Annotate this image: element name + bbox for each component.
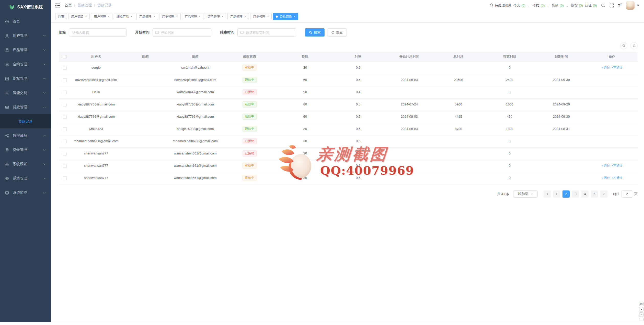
select-all-checkbox[interactable] [63, 55, 67, 59]
reject-link[interactable]: ×不通过 [612, 66, 623, 69]
sidebar-item-label: 智能交易 [13, 91, 43, 95]
tab-8[interactable]: 产品管理× [227, 13, 249, 20]
next-page-button[interactable] [600, 190, 607, 198]
tab-close-icon[interactable]: × [222, 15, 223, 18]
approve-link[interactable]: ✓通过 [601, 176, 610, 180]
page-button-2[interactable]: 2 [562, 190, 570, 198]
sidebar-item-8[interactable]: 资金管理 [0, 143, 51, 157]
sidebar-item-6[interactable]: 贷款管理 [0, 100, 51, 114]
sidebar-item-4[interactable]: 期权管理 [0, 71, 51, 86]
tab-close-icon[interactable]: × [131, 15, 132, 18]
current-interest-cell: 0 [483, 172, 536, 184]
row-checkbox[interactable] [63, 91, 67, 94]
prev-page-button[interactable] [544, 190, 551, 198]
sidebar-item-7[interactable]: 数字藏品 [0, 128, 51, 143]
app-logo: SAX管理系统 [0, 0, 51, 14]
stat-label: 期货 [571, 3, 578, 8]
font-size-icon[interactable]: TT [618, 3, 622, 8]
sidebar-item-0[interactable]: 首页 [0, 14, 51, 29]
table-refresh-icon[interactable] [630, 42, 638, 49]
row-checkbox[interactable] [63, 78, 67, 82]
reject-link[interactable]: ×不通过 [612, 176, 623, 180]
sidebar-item-3[interactable]: 合约管理 [0, 57, 51, 71]
tab-7[interactable]: 订单管理× [205, 13, 226, 20]
tab-6[interactable]: 产品管理× [182, 13, 203, 20]
page-size-select[interactable]: 10条/页 [513, 190, 538, 198]
ime-button-2[interactable]: ☰ [639, 312, 643, 317]
reset-button[interactable]: 重置 [327, 28, 347, 37]
start-time-input[interactable] [153, 28, 211, 37]
end-time-input[interactable] [237, 28, 296, 37]
user-avatar[interactable] [626, 1, 635, 10]
row-checkbox-cell [59, 123, 71, 135]
reject-link[interactable]: ×不通过 [612, 164, 623, 167]
search-button[interactable]: 搜索 [305, 28, 325, 37]
tab-close-icon[interactable]: × [199, 15, 201, 18]
table-header-row: 用户名邮箱邮箱借款状态期限利率开始计息时间总利息当前利息到期时间操作 [59, 52, 638, 62]
sidebar-item-11[interactable]: 系统监控 [0, 186, 51, 200]
window-bottom-edge [0, 322, 644, 325]
sidebar-item-10[interactable]: 系统管理 [0, 171, 51, 186]
goto-page-input[interactable] [622, 190, 632, 198]
due-date-cell: 2024-09-20 [536, 98, 586, 111]
page-button-1[interactable]: 1 [553, 190, 560, 198]
breadcrumb-item[interactable]: 首页 [65, 3, 72, 8]
sidebar-item-1[interactable]: 用户管理 [0, 29, 51, 43]
ime-button-3[interactable] [639, 318, 643, 320]
approve-link[interactable]: ✓通过 [601, 164, 610, 167]
row-checkbox[interactable] [63, 152, 67, 155]
tab-close-icon[interactable]: × [85, 15, 87, 18]
row-checkbox[interactable] [63, 140, 67, 143]
gear-icon [5, 177, 11, 180]
bell-icon[interactable] [489, 3, 493, 7]
row-checkbox[interactable] [63, 176, 67, 180]
page-button-5[interactable]: 5 [591, 190, 598, 198]
page-content: 邮箱 开始时间 结束时间 [51, 23, 644, 322]
goto-page-unit: 页 [634, 192, 638, 196]
tab-10[interactable]: 贷款记录× [273, 13, 298, 20]
email2-cell: wansanshen661@gmail.com [170, 172, 221, 184]
search-icon[interactable] [601, 3, 605, 8]
row-checkbox[interactable] [63, 115, 67, 119]
breadcrumb-item[interactable]: 贷款管理 [77, 3, 92, 8]
approve-link[interactable]: ✓通过 [601, 66, 610, 69]
sidebar-subitem-6-0[interactable]: 贷款记录 [0, 114, 51, 128]
table-search-icon[interactable] [620, 42, 627, 49]
fullscreen-icon[interactable] [610, 3, 614, 8]
sidebar-item-label: 系统监控 [13, 190, 43, 195]
row-checkbox[interactable] [63, 66, 67, 70]
tab-close-icon[interactable]: × [244, 15, 246, 18]
tab-close-icon[interactable]: × [108, 15, 110, 18]
status-badge: 已拒绝 [243, 89, 257, 95]
sidebar-item-9[interactable]: 系统设置 [0, 157, 51, 171]
email-cell [121, 123, 170, 135]
tab-5[interactable]: 订单管理× [159, 13, 181, 20]
ime-button-0[interactable]: EN [639, 302, 643, 306]
ime-button-1[interactable]: ■ [639, 307, 643, 311]
tab-close-icon[interactable]: × [176, 15, 178, 18]
collapse-sidebar-icon[interactable] [55, 3, 60, 8]
status-cell: 已拒绝 [221, 86, 278, 98]
row-checkbox[interactable] [63, 164, 67, 168]
tab-1[interactable]: 用户等级× [68, 13, 90, 20]
tab-3[interactable]: 编辑产品× [114, 13, 135, 20]
tab-label: 订单管理 [208, 15, 220, 19]
status-badge: 还款中 [243, 114, 257, 120]
user-menu-caret-icon[interactable] [637, 5, 639, 6]
tab-close-icon[interactable]: × [267, 15, 269, 18]
tab-0[interactable]: 首页 [55, 13, 67, 20]
tab-close-icon[interactable]: × [294, 15, 295, 18]
row-checkbox[interactable] [63, 127, 67, 131]
page-button-4[interactable]: 4 [581, 190, 589, 198]
status-cell: 已拒绝 [221, 135, 278, 147]
tab-close-icon[interactable]: × [153, 15, 155, 18]
page-button-3[interactable]: 3 [572, 190, 579, 198]
row-checkbox[interactable] [63, 103, 67, 106]
sidebar-item-2[interactable]: 产品管理 [0, 43, 51, 57]
tab-9[interactable]: 订单管理× [250, 13, 272, 20]
table-row: Deliawamgkai447@gmail.com已拒绝900.40 [59, 86, 638, 98]
sidebar-item-5[interactable]: 智能交易 [0, 86, 51, 100]
email-filter-input[interactable] [69, 28, 126, 37]
tab-2[interactable]: 用户管理× [91, 13, 112, 20]
tab-4[interactable]: 产品管理× [136, 13, 158, 20]
